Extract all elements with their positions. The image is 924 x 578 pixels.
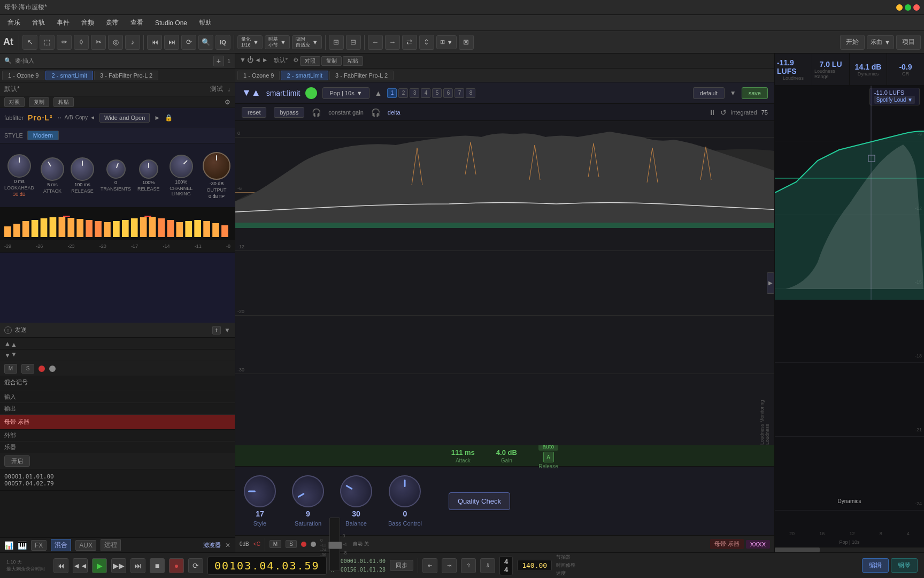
menu-item-transport[interactable]: 走带: [101, 16, 124, 29]
panel-btn[interactable]: ⊠: [459, 35, 474, 50]
next-preset[interactable]: ►: [154, 114, 160, 121]
sl-num-6[interactable]: 6: [443, 88, 453, 98]
plugin-ch-smartlimit[interactable]: 2 - smartLimit: [45, 71, 93, 80]
record-btn[interactable]: ●: [169, 558, 184, 573]
arrow-double[interactable]: ⇄: [402, 35, 417, 50]
eraser-tool[interactable]: ◊: [74, 35, 89, 50]
filter-btn-bottom[interactable]: 滤波器: [203, 541, 221, 549]
mute-tool[interactable]: ◎: [108, 35, 123, 50]
output-knob[interactable]: [203, 152, 230, 180]
prev-preset[interactable]: ◄: [90, 115, 95, 120]
clip-btn[interactable]: ⊟: [346, 35, 361, 50]
plugin-ch-ozone[interactable]: 1 - Ozone 9: [2, 71, 44, 80]
main-target[interactable]: 对照: [300, 56, 320, 66]
close-button[interactable]: [913, 4, 920, 11]
tc1-btn[interactable]: ⇤: [422, 558, 437, 573]
maximize-button[interactable]: [905, 4, 911, 11]
target-btn[interactable]: 对照: [4, 97, 25, 107]
sl-default-arrow[interactable]: ▼: [730, 89, 736, 97]
sync-btn[interactable]: 同步: [390, 560, 413, 571]
sl-power-btn[interactable]: [305, 87, 317, 99]
nav-up[interactable]: ▲: [4, 340, 11, 347]
speaker-tool[interactable]: ♪: [125, 35, 140, 50]
remote-btn[interactable]: 远程: [101, 539, 121, 551]
main-ch-smartlimit[interactable]: 2 - smartLimit: [281, 71, 328, 80]
pencil-tool[interactable]: ✏: [57, 35, 72, 50]
auto-on-btn[interactable]: 自动 关: [353, 541, 369, 547]
tc2-btn[interactable]: ⇥: [442, 558, 457, 573]
stop-btn[interactable]: ■: [150, 558, 165, 573]
sl-reset-btn[interactable]: reset: [242, 107, 266, 118]
arrow-split[interactable]: ⇕: [419, 35, 434, 50]
sl-num-2[interactable]: 2: [398, 88, 408, 98]
main-prev[interactable]: ◄: [255, 56, 261, 66]
lookahead-knob[interactable]: [7, 154, 31, 178]
rewind-btn[interactable]: ⏮: [53, 558, 68, 573]
sl-reset-btn2[interactable]: ↺: [720, 108, 727, 117]
main-cog[interactable]: ⚙: [293, 56, 299, 66]
sl-save-btn[interactable]: save: [742, 87, 768, 99]
fader-track-v[interactable]: [329, 518, 340, 571]
start-btn[interactable]: 开始: [840, 35, 865, 50]
sl-preset[interactable]: Pop | 10s ▼: [322, 87, 369, 99]
menu-item-view[interactable]: 查看: [125, 16, 149, 29]
main-ch-fabfilter[interactable]: 3 - FabFilter Pro-L 2: [329, 71, 394, 80]
zoom-tool[interactable]: 🔍: [198, 35, 213, 50]
s-btn[interactable]: S: [21, 364, 34, 374]
menu-item-help[interactable]: 帮助: [194, 16, 217, 29]
attack-knob[interactable]: [36, 153, 68, 185]
timesig-combo[interactable]: 时基小节 ▼: [265, 35, 290, 49]
menu-item-music[interactable]: 音乐: [2, 16, 26, 29]
tc3-btn[interactable]: ⇧: [461, 558, 476, 573]
fabfilter-preset[interactable]: Wide and Open: [99, 113, 150, 123]
settings-btn[interactable]: ⚙: [225, 98, 230, 106]
release2-knob[interactable]: [139, 159, 158, 179]
copy-btn[interactable]: 复制: [29, 97, 49, 107]
arrow-left[interactable]: ←: [368, 35, 383, 50]
arrow-right[interactable]: →: [385, 35, 400, 50]
fx-btn[interactable]: FX: [31, 540, 47, 551]
sl-num-3[interactable]: 3: [410, 88, 419, 98]
channel-link-knob[interactable]: [165, 149, 198, 182]
view-combo[interactable]: ⊞ ▼: [436, 35, 457, 49]
solo-dot[interactable]: [38, 366, 45, 372]
loop-tool[interactable]: ⟳: [181, 35, 196, 50]
sl-bypass-btn[interactable]: bypass: [274, 107, 304, 118]
iq-tool[interactable]: IQ: [215, 35, 230, 50]
main-next[interactable]: ►: [262, 56, 268, 66]
style-knob[interactable]: [244, 475, 276, 507]
loudness-scrollbar[interactable]: [775, 547, 924, 552]
main-copy[interactable]: 复制: [321, 56, 342, 66]
back-tool[interactable]: ⏮: [147, 35, 162, 50]
split-tool[interactable]: ✂: [91, 35, 106, 50]
nav-down2[interactable]: ▼: [11, 351, 17, 358]
minimize-button[interactable]: [896, 4, 903, 11]
forward-tool[interactable]: ⏭: [164, 35, 179, 50]
main-power[interactable]: ⏻: [247, 56, 253, 66]
balance-knob[interactable]: [334, 469, 378, 513]
style-modern[interactable]: Modern: [27, 131, 59, 140]
song-combo[interactable]: 乐曲 ▼: [867, 35, 894, 49]
channel-s-btn[interactable]: S: [286, 540, 297, 548]
bass-knob[interactable]: [389, 475, 421, 507]
mute-dot[interactable]: [49, 366, 56, 372]
open-btn[interactable]: 开启: [4, 455, 30, 467]
sl-num-7[interactable]: 7: [455, 88, 464, 98]
ff-btn[interactable]: ⏭: [130, 558, 145, 573]
sl-default-btn[interactable]: default: [693, 87, 725, 99]
sl-num-4[interactable]: 4: [421, 88, 430, 98]
plugin-ch-fabfilter[interactable]: 3 - FabFilter Pro-L 2: [94, 71, 158, 80]
aux-btn[interactable]: AUX: [75, 540, 96, 551]
tc4-btn[interactable]: ⇩: [480, 558, 495, 573]
channel-dot2[interactable]: [311, 542, 316, 547]
add-send-btn[interactable]: +: [212, 326, 221, 334]
sl-pause-btn[interactable]: ⏸: [709, 108, 716, 117]
nav-down[interactable]: ▲: [11, 341, 17, 348]
loop-btn[interactable]: ⟳: [188, 558, 203, 573]
scrollbar-thumb[interactable]: [775, 547, 820, 552]
select-tool[interactable]: ↖: [22, 35, 37, 50]
filter-close[interactable]: ✕: [225, 542, 230, 549]
fader-thumb-v[interactable]: [328, 542, 342, 549]
transients-knob[interactable]: [103, 156, 128, 181]
main-arrow-down[interactable]: ▼: [240, 56, 246, 66]
